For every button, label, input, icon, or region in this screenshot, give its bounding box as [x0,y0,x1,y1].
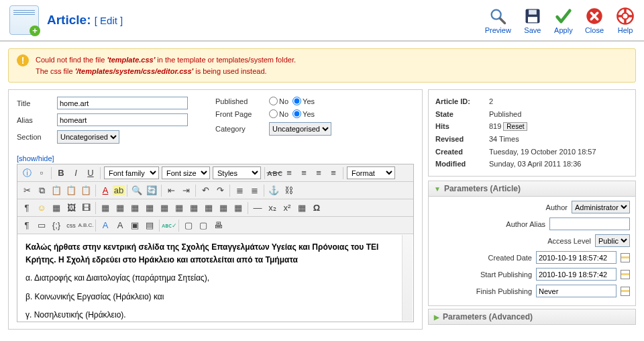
code-icon[interactable]: {;} [49,218,64,232]
paste-text-icon[interactable]: 📋 [64,183,78,197]
sub-icon[interactable]: x₂ [265,201,280,215]
section-select[interactable]: Uncategorised [57,130,119,144]
align-right-icon[interactable]: ≡ [311,166,326,180]
undo-icon[interactable]: ↶ [198,183,213,197]
category-select[interactable]: Uncategorised [269,122,331,136]
film-icon[interactable]: 🎞 [78,201,93,215]
redo-icon[interactable]: ↷ [213,183,227,197]
css-icon[interactable]: css [64,218,78,232]
close-icon [585,7,604,26]
author-select[interactable]: Administrator [572,201,630,213]
strikethrough-icon[interactable]: ᴀʙᴄ [267,166,282,180]
quote-icon[interactable]: ¶ [19,218,34,232]
editor-panel: Title Alias Section Uncategorised Publis… [8,89,423,330]
cell-props-icon[interactable]: ▦ [201,201,216,215]
created-date-input[interactable] [536,251,616,264]
text-a2-icon[interactable]: A [113,218,127,232]
reset-hits-button[interactable]: Reset [503,122,527,131]
underline-button[interactable]: U [83,166,98,180]
title-input[interactable] [57,97,188,109]
article-info-panel: Article ID:2 StatePublished Hits819Reset… [428,89,636,177]
indent-icon[interactable]: ⇥ [178,183,193,197]
calendar-icon[interactable] [621,253,630,262]
sup-icon[interactable]: x² [280,201,294,215]
font-size-select[interactable]: Font size [162,166,210,179]
frontpage-no-radio[interactable] [269,109,278,118]
italic-button[interactable]: I [68,166,83,180]
editor-body[interactable]: Καλώς ήρθατε στην κεντρική σελίδα της Σχ… [17,234,413,322]
print-icon[interactable]: 🖶 [211,218,225,232]
hr-icon[interactable]: — [250,201,265,215]
emoji-icon[interactable]: ☺ [34,201,49,215]
params-advanced-header[interactable]: ▶ Parameters (Advanced) [428,309,636,325]
newdoc-icon[interactable]: ▫ [34,166,49,180]
image-icon[interactable]: 🖼 [64,201,78,215]
start-pub-input[interactable] [536,268,616,281]
article-icon [9,5,39,35]
table-split-icon[interactable]: ▦ [157,201,172,215]
author-alias-input[interactable] [549,217,630,230]
textcolor-icon[interactable]: A [98,183,113,197]
paste-icon[interactable]: 📋 [49,183,64,197]
preview-ed-icon[interactable]: ▢ [196,218,211,232]
align-left-icon[interactable]: ≡ [282,166,297,180]
grid-icon[interactable]: ▦ [294,201,309,215]
char-icon[interactable]: Ω [309,201,324,215]
cut-icon[interactable]: ✂ [19,183,34,197]
text-a-icon[interactable]: A [98,218,113,232]
alias-input[interactable] [57,113,188,126]
font-family-select[interactable]: Font family [104,166,159,179]
bold-button[interactable]: B [54,166,68,180]
unlink-icon[interactable]: ⛓ [281,183,296,197]
outdent-icon[interactable]: ⇤ [164,183,178,197]
access-level-label: Access Level [547,237,591,245]
help-button[interactable]: Help [616,7,635,34]
abbr-icon[interactable]: A.B.C. [78,218,93,232]
save-button[interactable]: Save [523,7,542,34]
magnifier-icon [488,7,507,26]
fullscreen-icon[interactable]: ▢ [181,218,196,232]
div-icon[interactable]: ▭ [34,218,49,232]
params-article-header[interactable]: ▼ Parameters (Article) [428,181,636,197]
published-yes-radio[interactable] [292,97,301,105]
para-icon[interactable]: ¶ [19,201,34,215]
access-level-select[interactable]: Public [595,234,630,247]
rich-text-editor: ⓘ ▫ B I U Font family Font size Styles ᴀ… [17,164,414,322]
table-insert-icon[interactable]: ▦ [98,201,113,215]
published-no-radio[interactable] [269,97,278,105]
delete-table-icon[interactable]: ▦ [231,201,246,215]
number-list-icon[interactable]: ≣ [247,183,262,197]
media-icon[interactable]: ▦ [49,201,64,215]
replace-icon[interactable]: 🔄 [144,183,159,197]
table-del-icon[interactable]: ▦ [142,201,157,215]
paste-word-icon[interactable]: 📋 [78,183,93,197]
find-icon[interactable]: 🔍 [129,183,144,197]
layer-icon[interactable]: ▣ [127,218,142,232]
bgcolor-icon[interactable]: ab [113,185,125,195]
bullet-list-icon[interactable]: ≣ [232,183,247,197]
preview-button[interactable]: Preview [485,7,511,34]
row-props-icon[interactable]: ▦ [216,201,231,215]
styles-select[interactable]: Styles [213,166,261,179]
table-col-icon[interactable]: ▦ [127,201,142,215]
editor-toolbar-2: ✂ ⧉ 📋 📋 📋 A ab 🔍 🔄 ⇤ ⇥ ↶ ↷ ≣ ≣ [17,182,413,199]
frontpage-yes-radio[interactable] [292,109,301,118]
align-justify-icon[interactable]: ≡ [326,166,341,180]
align-center-icon[interactable]: ≡ [297,166,311,180]
spellcheck-icon[interactable]: ᴀʙᴄ✓ [162,218,176,232]
showhide-toggle[interactable]: [show/hide] [17,154,414,162]
table-row-icon[interactable]: ▦ [113,201,127,215]
calendar-icon[interactable] [621,287,630,296]
finish-pub-input[interactable] [536,285,616,297]
table-merge-icon[interactable]: ▦ [172,201,186,215]
created-date-label: Created Date [488,254,532,262]
close-button[interactable]: Close [585,7,604,34]
calendar-icon[interactable] [621,270,630,279]
apply-button[interactable]: Apply [554,7,573,34]
table-props-icon[interactable]: ▦ [186,201,201,215]
help-icon[interactable]: ⓘ [19,166,34,180]
format-select[interactable]: Format [347,166,395,179]
copy-icon[interactable]: ⧉ [34,183,49,197]
anchor-icon[interactable]: ⚓ [266,183,281,197]
template-icon[interactable]: ▤ [142,218,157,232]
